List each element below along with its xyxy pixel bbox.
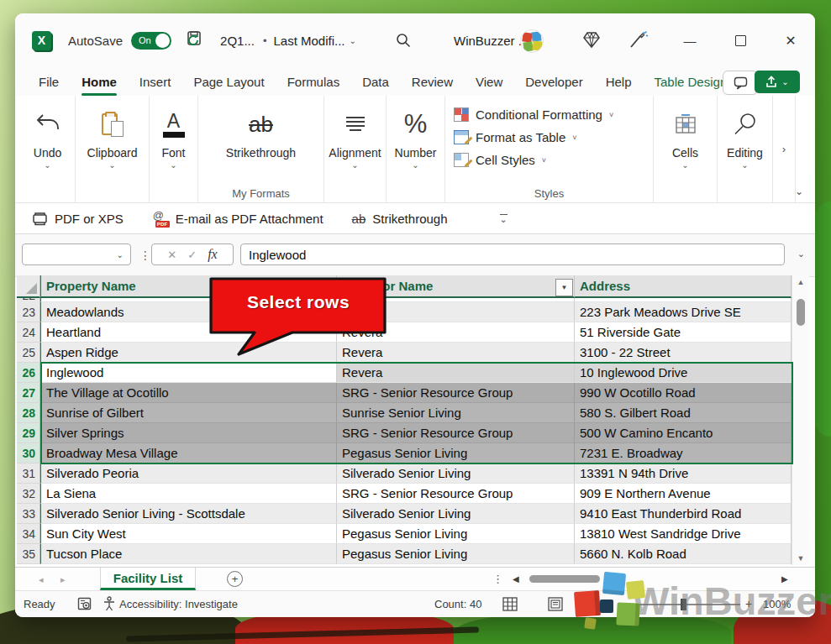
cell-property-name[interactable]: Silver Springs (40, 423, 337, 443)
tab-insert[interactable]: Insert (139, 67, 171, 96)
email-as-pdf-button[interactable]: @ PDF E-mail as PDF Attachment (152, 210, 323, 227)
row-number[interactable]: 29 (17, 423, 40, 443)
cell-address[interactable]: 13391 N 94th Drive (575, 463, 792, 484)
clipboard-group-button[interactable]: Clipboard ⌄ (76, 96, 150, 202)
cell-operator-name[interactable]: Sunrise Senior Living (337, 403, 575, 423)
hscroll-left-arrow[interactable]: ◀ (513, 574, 519, 584)
cell-operator-name[interactable]: Pegasus Senior Living (337, 443, 575, 463)
vertical-scrollbar[interactable]: ▲ ▼ (792, 275, 809, 565)
collapse-ribbon-chevron[interactable]: ⌄ (795, 186, 803, 197)
scroll-up-arrow[interactable]: ▲ (792, 278, 809, 286)
row-number[interactable]: 26 (17, 363, 40, 383)
undo-group-button[interactable]: Undo ⌄ (20, 96, 76, 202)
cell-property-name[interactable]: La Siena (40, 484, 337, 504)
tab-home[interactable]: Home (82, 67, 117, 96)
alignment-group-button[interactable]: Alignment ⌄ (324, 96, 387, 202)
sheet-nav-left-arrow[interactable]: ◂ (39, 568, 44, 591)
qat-overflow-chevron[interactable]: ⌄ (500, 214, 508, 223)
cell-property-name[interactable]: Silverado Senior Living - Scottsdale (40, 504, 337, 524)
conditional-formatting-button[interactable]: Conditional Formatting ˅ (454, 104, 613, 125)
active-cell[interactable]: Inglewood (40, 363, 337, 383)
format-as-table-button[interactable]: Format as Table ˅ (454, 127, 577, 148)
cell-property-name[interactable]: Broadway Mesa Village (40, 443, 337, 463)
tab-formulas[interactable]: Formulas (287, 67, 340, 96)
strikethrough-qat-button[interactable]: ab Strikethrough (352, 212, 448, 226)
minimize-button[interactable]: — (676, 13, 704, 67)
insert-function-icon[interactable]: fx (208, 247, 218, 262)
filter-dropdown-button[interactable]: ▼ (555, 279, 573, 296)
cell-address[interactable]: 909 E Northern Avenue (575, 484, 792, 504)
cell-operator-name[interactable]: Revera (337, 363, 575, 383)
row-number[interactable]: 33 (17, 504, 40, 524)
row-number[interactable]: 30 (17, 443, 40, 463)
table-row[interactable]: 24 Heartland Revera 51 Riverside Gate (17, 322, 809, 343)
cell-address[interactable]: 223 Park Meadows Drive SE (575, 302, 792, 322)
cell-address[interactable]: 9410 East Thunderbird Road (575, 504, 792, 524)
autosave-toggle[interactable]: On (131, 32, 171, 50)
scroll-down-arrow[interactable]: ▼ (792, 554, 809, 563)
tab-developer[interactable]: Developer (525, 67, 582, 96)
cell-operator-name[interactable]: Silverado Senior Living (337, 463, 575, 484)
cell-operator-name[interactable]: Pegasus Senior Living (337, 544, 575, 564)
cell-address[interactable]: 51 Riverside Gate (575, 322, 792, 343)
normal-view-icon[interactable] (502, 597, 518, 614)
cell-operator-name[interactable]: SRG - Senior Resource Group (337, 423, 575, 443)
comments-button[interactable] (723, 71, 758, 95)
tab-review[interactable]: Review (412, 67, 453, 96)
select-all-corner[interactable] (17, 275, 40, 298)
cell-address[interactable]: 500 W Camino Encanto (575, 423, 792, 443)
table-row[interactable]: 32 La Siena SRG - Senior Resource Group … (17, 484, 809, 504)
cell-address[interactable]: 990 W Ocotillo Road (575, 383, 792, 403)
row-number[interactable]: 31 (17, 463, 40, 484)
account-name[interactable]: WinBuzzer . (454, 13, 522, 67)
table-row[interactable]: 35 Tucson Place Pegasus Senior Living 56… (17, 544, 809, 564)
page-layout-view-icon[interactable] (548, 597, 563, 614)
my-formats-group[interactable]: ab Strikethrough My Formats (198, 96, 324, 202)
table-row[interactable]: 34 Sun City West Pegasus Senior Living 1… (17, 524, 809, 544)
tab-table-design[interactable]: Table Design (655, 67, 728, 96)
row-number[interactable]: 35 (17, 544, 40, 564)
magic-wand-icon[interactable] (627, 30, 649, 54)
cell-address[interactable]: 13810 West Sandridge Drive (575, 524, 792, 544)
name-box[interactable]: ⌄ (22, 243, 131, 265)
document-title[interactable]: 2Q1... (220, 34, 255, 48)
table-row[interactable]: 23 Meadowlands 223 Park Meadows Drive SE (17, 302, 809, 322)
pdf-or-xps-button[interactable]: PDF or XPS (32, 212, 124, 226)
cell-address[interactable]: 3100 - 22 Street (575, 343, 792, 363)
cell-operator-name[interactable]: SRG - Senior Resource Group (337, 383, 575, 403)
cell-property-name[interactable]: Sun City West (40, 524, 337, 544)
cell-property-name[interactable]: Sunrise of Gilbert (40, 403, 337, 423)
last-modified-label[interactable]: Last Modifi... (273, 34, 344, 48)
table-row[interactable]: 33 Silverado Senior Living - Scottsdale … (17, 504, 809, 524)
name-box-resize-handle[interactable]: ⋮ (139, 249, 151, 262)
header-address[interactable]: Address (575, 275, 792, 298)
new-sheet-button[interactable]: + (227, 571, 243, 587)
enter-icon[interactable]: ✓ (187, 249, 197, 261)
vertical-scrollbar-thumb[interactable] (797, 299, 805, 326)
save-icon[interactable] (187, 30, 205, 51)
cell-operator-name[interactable]: SRG - Senior Resource Group (337, 484, 575, 504)
cell-property-name[interactable]: The Village at Ocotillo (40, 383, 337, 403)
tab-file[interactable]: File (39, 67, 59, 96)
cancel-icon[interactable]: ✕ (167, 249, 176, 261)
cell-operator-name[interactable]: Silverado Senior Living (337, 504, 575, 524)
table-row-active[interactable]: 26 Inglewood Revera 10 Inglewood Drive (17, 363, 809, 383)
expand-formula-bar-chevron[interactable]: ⌄ (797, 249, 805, 259)
font-group-button[interactable]: A Font ⌄ (150, 96, 198, 202)
maximize-button[interactable] (726, 13, 755, 67)
cell-operator-name[interactable]: Pegasus Senior Living (337, 524, 575, 544)
row-number[interactable]: 24 (17, 322, 40, 343)
share-button[interactable]: ⌄ (755, 71, 800, 93)
row-number[interactable]: 32 (17, 484, 40, 504)
cell-address[interactable]: 580 S. Gilbert Road (575, 403, 792, 423)
table-row-selected[interactable]: 29 Silver Springs SRG - Senior Resource … (17, 423, 809, 443)
table-row-selected[interactable]: 30 Broadway Mesa Village Pegasus Senior … (17, 443, 809, 463)
premium-diamond-icon[interactable] (581, 30, 602, 52)
number-group-button[interactable]: % Number ⌄ (387, 96, 445, 202)
cell-property-name[interactable]: Tucson Place (40, 544, 337, 564)
search-icon[interactable] (395, 32, 412, 52)
row-number[interactable]: 27 (17, 383, 40, 403)
editing-group-button[interactable]: Editing ⌄ (718, 96, 773, 202)
table-row-selected[interactable]: 27 The Village at Ocotillo SRG - Senior … (17, 383, 809, 403)
close-button[interactable]: ✕ (776, 13, 805, 67)
